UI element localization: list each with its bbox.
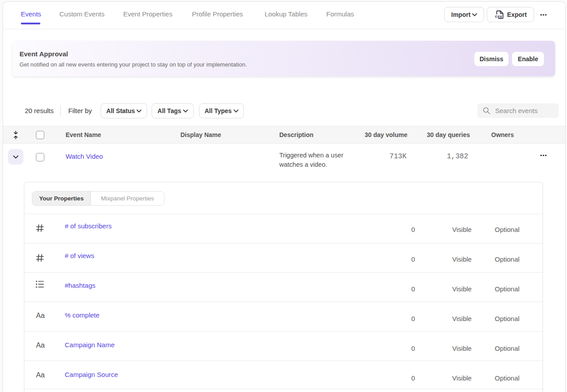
svg-text:csv: csv: [495, 15, 502, 19]
